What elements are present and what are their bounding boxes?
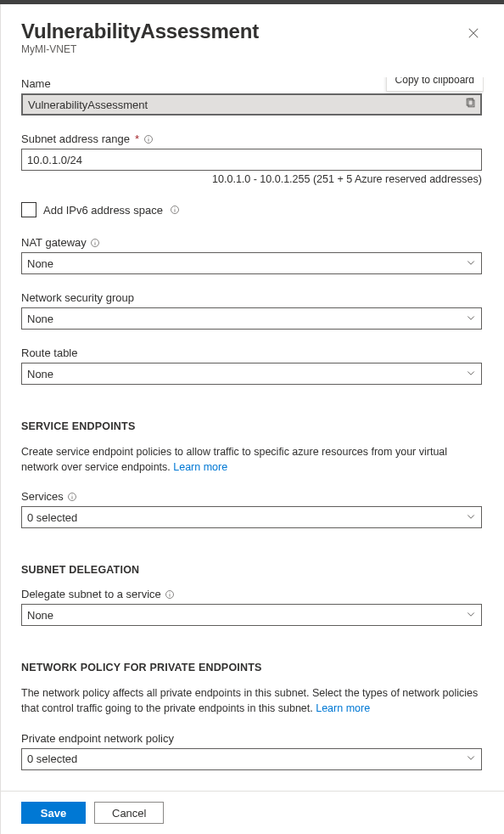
svg-point-3: [148, 137, 148, 138]
cancel-button[interactable]: Cancel: [94, 802, 164, 824]
private-endpoint-policy-select[interactable]: 0 selected: [21, 748, 482, 770]
svg-rect-1: [467, 99, 473, 105]
subnet-range-input[interactable]: [21, 149, 482, 171]
delegation-label: Delegate subnet to a service: [21, 588, 161, 600]
field-route-table: Route table None: [21, 347, 482, 385]
info-icon[interactable]: [165, 589, 176, 600]
service-endpoints-desc: Create service endpoint policies to allo…: [21, 444, 482, 475]
field-subnet-range: Subnet address range * 10.0.1.0 - 10.0.1…: [21, 132, 482, 185]
required-asterisk: *: [135, 132, 139, 145]
field-services: Services 0 selected: [21, 490, 482, 528]
chevron-down-icon: [466, 313, 476, 325]
nsg-label: Network security group: [21, 291, 134, 304]
nat-gateway-label: NAT gateway: [21, 236, 87, 249]
private-endpoint-policy-label: Private endpoint network policy: [21, 732, 174, 745]
nat-gateway-select[interactable]: None: [21, 252, 482, 274]
panel-body: Name Copy to clipboard Subnet address ra…: [21, 77, 484, 834]
svg-point-7: [95, 240, 96, 241]
svg-rect-0: [468, 100, 474, 107]
subnet-range-hint: 10.0.1.0 - 10.0.1.255 (251 + 5 Azure res…: [21, 173, 482, 185]
private-endpoint-desc: The network policy affects all private e…: [21, 685, 482, 716]
services-label: Services: [21, 490, 64, 503]
delegation-select[interactable]: None: [21, 604, 482, 626]
ipv6-checkbox-row: Add IPv6 address space: [21, 202, 482, 217]
chevron-down-icon: [466, 368, 476, 380]
copy-tooltip: Copy to clipboard: [386, 77, 484, 92]
private-endpoint-heading: NETWORK POLICY FOR PRIVATE ENDPOINTS: [21, 662, 482, 673]
field-private-endpoint-policy: Private endpoint network policy 0 select…: [21, 732, 482, 770]
copy-icon: [465, 97, 477, 112]
route-table-select[interactable]: None: [21, 363, 482, 385]
name-label: Name: [21, 77, 51, 90]
info-icon[interactable]: [143, 133, 154, 144]
svg-point-11: [170, 592, 171, 593]
subnet-range-label: Subnet address range: [21, 132, 130, 145]
field-nat-gateway: NAT gateway None: [21, 236, 482, 274]
panel-footer: Save Cancel: [1, 791, 504, 834]
field-nsg: Network security group None: [21, 291, 482, 330]
blade-panel: VulnerabilityAssessment MyMI-VNET Name C…: [0, 4, 504, 834]
route-table-label: Route table: [21, 347, 78, 359]
close-icon: [468, 27, 479, 42]
route-table-value: None: [27, 368, 53, 380]
field-name: Name Copy to clipboard: [21, 77, 482, 116]
private-endpoint-policy-value: 0 selected: [27, 752, 77, 765]
page-subtitle: MyMI-VNET: [21, 43, 484, 55]
info-icon[interactable]: [170, 205, 181, 216]
chevron-down-icon: [466, 257, 476, 270]
services-select[interactable]: 0 selected: [21, 506, 482, 528]
nsg-value: None: [27, 313, 53, 325]
ipv6-checkbox[interactable]: [21, 202, 36, 217]
info-icon[interactable]: [90, 237, 101, 248]
service-endpoints-heading: SERVICE ENDPOINTS: [21, 420, 482, 432]
svg-point-9: [72, 494, 73, 495]
name-input[interactable]: [21, 93, 482, 116]
learn-more-link[interactable]: Learn more: [316, 702, 370, 714]
chevron-down-icon: [466, 511, 476, 524]
learn-more-link[interactable]: Learn more: [173, 461, 227, 473]
nat-gateway-value: None: [27, 257, 53, 270]
info-icon[interactable]: [67, 491, 78, 502]
services-value: 0 selected: [27, 511, 77, 524]
page-title: VulnerabilityAssessment: [21, 20, 484, 43]
ipv6-label: Add IPv6 address space: [43, 204, 163, 217]
chevron-down-icon: [466, 609, 476, 622]
svg-point-5: [175, 207, 176, 208]
subnet-delegation-heading: SUBNET DELEGATION: [21, 564, 482, 576]
field-delegation: Delegate subnet to a service None: [21, 588, 482, 626]
nsg-select[interactable]: None: [21, 307, 482, 330]
copy-button[interactable]: [462, 96, 479, 113]
save-button[interactable]: Save: [21, 802, 86, 824]
close-button[interactable]: [460, 21, 487, 48]
chevron-down-icon: [466, 752, 476, 765]
delegation-value: None: [27, 609, 53, 622]
panel-header: VulnerabilityAssessment MyMI-VNET: [21, 20, 484, 55]
